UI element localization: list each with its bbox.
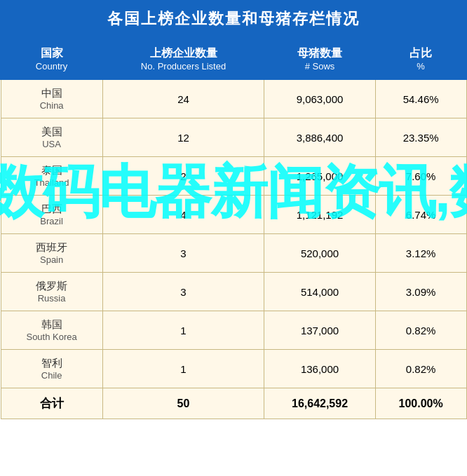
country-en: Thailand	[6, 177, 98, 188]
col-country-en: Country	[6, 61, 97, 72]
col-pct-en: %	[380, 61, 461, 72]
cell-pct: 7.60%	[375, 157, 466, 196]
cell-pct: 54.46%	[375, 79, 466, 118]
cell-country: 西班牙Spain	[1, 234, 102, 273]
cell-country: 韩国South Korea	[1, 311, 102, 350]
cell-producers: 1	[102, 311, 264, 350]
col-pct-zh: 占比	[380, 46, 461, 61]
cell-producers: 4	[102, 196, 264, 234]
cell-sows: 1,121,192	[264, 196, 375, 234]
header-row: 国家 Country 上榜企业数量 No. Producers Listed 母…	[1, 39, 466, 79]
cell-country: 智利Chile	[1, 350, 102, 388]
country-en: Chile	[6, 370, 98, 381]
cell-producers: 1	[102, 350, 264, 388]
cell-country: 中国China	[1, 79, 102, 118]
cell-sows: 520,000	[264, 234, 375, 273]
cell-sows: 514,000	[264, 273, 375, 311]
table-row: 巴西Brazil41,121,1926.74%	[1, 196, 466, 234]
country-zh: 西班牙	[6, 241, 98, 254]
total-sows: 16,642,592	[264, 388, 375, 419]
total-label: 合计	[1, 388, 102, 419]
table-row: 中国China249,063,00054.46%	[1, 79, 466, 118]
col-country-zh: 国家	[6, 46, 97, 61]
country-en: USA	[6, 139, 98, 149]
country-zh: 美国	[6, 125, 98, 139]
table-row: 智利Chile1136,0000.82%	[1, 350, 466, 388]
country-zh: 巴西	[6, 203, 98, 216]
cell-producers: 24	[102, 79, 264, 118]
country-en: Russia	[6, 293, 98, 304]
col-producers-en: No. Producers Listed	[107, 61, 259, 72]
cell-pct: 6.74%	[375, 196, 466, 234]
col-producers-header: 上榜企业数量 No. Producers Listed	[102, 39, 264, 79]
cell-producers: 3	[102, 273, 264, 311]
cell-pct: 3.09%	[375, 273, 466, 311]
col-country-header: 国家 Country	[1, 39, 102, 79]
cell-sows: 3,886,400	[264, 118, 375, 157]
col-sows-header: 母猪数量 # Sows	[264, 39, 375, 79]
country-zh: 中国	[6, 87, 98, 100]
table-row: 西班牙Spain3520,0003.12%	[1, 234, 466, 273]
table-row: 美国USA123,886,40023.35%	[1, 118, 466, 157]
country-en: Brazil	[6, 216, 98, 226]
country-zh: 智利	[6, 357, 98, 370]
country-zh: 韩国	[6, 318, 98, 332]
table-container: 各国上榜企业数量和母猪存栏情况 国家 Country 上榜企业数量 No. Pr…	[0, 0, 467, 419]
col-sows-zh: 母猪数量	[269, 46, 370, 61]
total-row: 合计5016,642,592100.00%	[1, 388, 466, 419]
cell-sows: 136,000	[264, 350, 375, 388]
country-en: China	[6, 100, 98, 111]
table-row: 泰国Thailand21,265,0007.60%	[1, 157, 466, 196]
cell-sows: 1,265,000	[264, 157, 375, 196]
cell-country: 巴西Brazil	[1, 196, 102, 234]
cell-country: 美国USA	[1, 118, 102, 157]
table-row: 俄罗斯Russia3514,0003.09%	[1, 273, 466, 311]
cell-pct: 3.12%	[375, 234, 466, 273]
main-title: 各国上榜企业数量和母猪存栏情况	[0, 0, 467, 38]
cell-pct: 23.35%	[375, 118, 466, 157]
col-producers-zh: 上榜企业数量	[107, 46, 259, 61]
cell-producers: 3	[102, 234, 264, 273]
total-pct: 100.00%	[375, 388, 466, 419]
col-sows-en: # Sows	[269, 61, 370, 72]
country-zh: 泰国	[6, 164, 98, 177]
cell-pct: 0.82%	[375, 311, 466, 350]
country-en: Spain	[6, 254, 98, 265]
country-en: South Korea	[6, 332, 98, 342]
cell-country: 俄罗斯Russia	[1, 273, 102, 311]
cell-sows: 9,063,000	[264, 79, 375, 118]
table-body: 中国China249,063,00054.46%美国USA123,886,400…	[1, 79, 466, 419]
cell-pct: 0.82%	[375, 350, 466, 388]
cell-producers: 2	[102, 157, 264, 196]
total-producers: 50	[102, 388, 264, 419]
col-pct-header: 占比 %	[375, 39, 466, 79]
cell-country: 泰国Thailand	[1, 157, 102, 196]
cell-producers: 12	[102, 118, 264, 157]
table-row: 韩国South Korea1137,0000.82%	[1, 311, 466, 350]
country-zh: 俄罗斯	[6, 280, 98, 293]
data-table: 国家 Country 上榜企业数量 No. Producers Listed 母…	[0, 38, 467, 419]
cell-sows: 137,000	[264, 311, 375, 350]
